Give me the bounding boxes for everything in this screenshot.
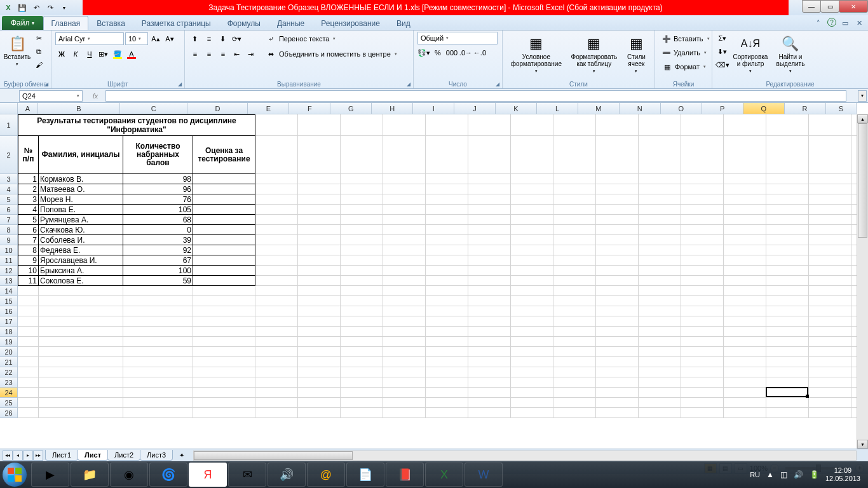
cell-E9[interactable] [255, 235, 298, 245]
cell-M10[interactable] [596, 245, 639, 255]
cell-M16[interactable] [596, 306, 639, 316]
row-header-4[interactable]: 4 [0, 184, 18, 194]
cell-R4[interactable] [809, 184, 851, 194]
cell-B4[interactable]: Матвеева О. [39, 184, 123, 194]
cell-M25[interactable] [596, 398, 639, 408]
fill-icon[interactable]: ⬇▾ [716, 45, 729, 58]
col-header-L[interactable]: L [537, 103, 578, 114]
cell-G6[interactable] [341, 205, 383, 215]
cell-C21[interactable] [123, 357, 193, 367]
cell-M8[interactable] [596, 225, 639, 235]
cell-A17[interactable] [18, 316, 39, 327]
cell-J17[interactable] [468, 316, 511, 327]
cell-F6[interactable] [298, 205, 341, 215]
cell-J3[interactable] [468, 174, 511, 184]
cell-N17[interactable] [639, 316, 681, 327]
cell-I15[interactable] [426, 296, 468, 306]
cell-H8[interactable] [383, 225, 426, 235]
cell-I13[interactable] [426, 276, 468, 286]
cell-F22[interactable] [298, 367, 341, 377]
cell-J24[interactable] [468, 388, 511, 398]
cell-O21[interactable] [681, 357, 724, 367]
cell-E11[interactable] [255, 255, 298, 266]
cell-Q1[interactable] [766, 114, 809, 136]
cell-J14[interactable] [468, 286, 511, 296]
cell-O17[interactable] [681, 316, 724, 327]
cell-P11[interactable] [724, 255, 766, 266]
cell-R18[interactable] [809, 327, 851, 337]
vscroll-thumb[interactable] [858, 123, 867, 238]
border-button[interactable]: ⊞▾ [97, 48, 110, 60]
cell-F24[interactable] [298, 388, 341, 398]
cell-F25[interactable] [298, 398, 341, 408]
cell-A8[interactable]: 6 [18, 225, 39, 235]
cell-C15[interactable] [123, 296, 193, 306]
row-header-21[interactable]: 21 [0, 357, 18, 367]
cell-N12[interactable] [639, 266, 681, 276]
cell-E15[interactable] [255, 296, 298, 306]
col-header-E[interactable]: E [248, 103, 289, 114]
alignment-dialog-icon[interactable]: ◢ [407, 81, 410, 87]
cell-M2[interactable] [596, 136, 639, 174]
align-middle-icon[interactable]: ≡ [203, 32, 215, 45]
cell-H20[interactable] [383, 347, 426, 357]
row-header-12[interactable]: 12 [0, 266, 18, 276]
cell-H11[interactable] [383, 255, 426, 266]
taskbar-explorer[interactable]: 📁 [71, 463, 109, 487]
cell-E4[interactable] [255, 184, 298, 194]
cell-N11[interactable] [639, 255, 681, 266]
cell-I19[interactable] [426, 337, 468, 347]
scroll-down-icon[interactable]: ▼ [857, 440, 868, 449]
cell-B12[interactable]: Брыксина А. [39, 266, 123, 276]
taskbar-app2[interactable]: @ [307, 463, 345, 487]
cell-N6[interactable] [639, 205, 681, 215]
cell-P6[interactable] [724, 205, 766, 215]
paste-button[interactable]: 📋 Вставить▾ [4, 32, 31, 69]
taskbar-excel[interactable]: X [425, 463, 463, 487]
cell-Q6[interactable] [766, 205, 809, 215]
cell-F4[interactable] [298, 184, 341, 194]
cell-Q16[interactable] [766, 306, 809, 316]
cell-O7[interactable] [681, 215, 724, 225]
cell-B16[interactable] [39, 306, 123, 316]
cell-Q18[interactable] [766, 327, 809, 337]
cell-K5[interactable] [511, 194, 553, 205]
cell-B15[interactable] [39, 296, 123, 306]
col-header-M[interactable]: M [578, 103, 620, 114]
align-left-icon[interactable]: ≡ [189, 48, 201, 60]
cell-M17[interactable] [596, 316, 639, 327]
cell-I18[interactable] [426, 327, 468, 337]
cell-F3[interactable] [298, 174, 341, 184]
cell-N7[interactable] [639, 215, 681, 225]
cell-Q3[interactable] [766, 174, 809, 184]
cell-A15[interactable] [18, 296, 39, 306]
cell-I16[interactable] [426, 306, 468, 316]
cell-R14[interactable] [809, 286, 851, 296]
col-header-H[interactable]: H [372, 103, 413, 114]
cell-H7[interactable] [383, 215, 426, 225]
cell-J11[interactable] [468, 255, 511, 266]
cell-L14[interactable] [553, 286, 596, 296]
cell-K6[interactable] [511, 205, 553, 215]
cell-E17[interactable] [255, 316, 298, 327]
cell-I6[interactable] [426, 205, 468, 215]
col-header-G[interactable]: G [330, 103, 372, 114]
cell-L1[interactable] [553, 114, 596, 136]
tab-page-layout[interactable]: Разметка страницы [133, 16, 219, 30]
cell-G21[interactable] [341, 357, 383, 367]
cell-I17[interactable] [426, 316, 468, 327]
cell-Q10[interactable] [766, 245, 809, 255]
cell-H23[interactable] [383, 377, 426, 388]
start-button[interactable] [3, 463, 27, 487]
cell-E3[interactable] [255, 174, 298, 184]
tab-home[interactable]: Главная [43, 16, 89, 30]
cell-N23[interactable] [639, 377, 681, 388]
cell-A5[interactable]: 3 [18, 194, 39, 205]
cell-Q11[interactable] [766, 255, 809, 266]
cell-P3[interactable] [724, 174, 766, 184]
cell-C17[interactable] [123, 316, 193, 327]
cell-C10[interactable]: 92 [123, 245, 193, 255]
cell-C8[interactable]: 0 [123, 225, 193, 235]
cell-C24[interactable] [123, 388, 193, 398]
cell-D2[interactable]: Оценка за тестирование [193, 136, 255, 174]
